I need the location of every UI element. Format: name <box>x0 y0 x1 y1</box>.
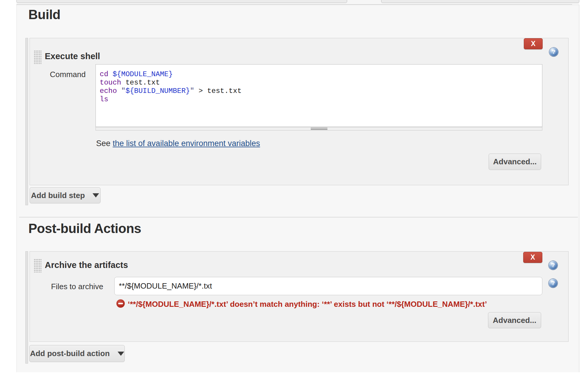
archive-artifacts-title: Archive the artifacts <box>45 260 128 270</box>
advanced-button[interactable]: Advanced... <box>489 154 541 170</box>
env-vars-hint: See the list of available environment va… <box>96 139 260 148</box>
jenkins-config-page: Build Execute shell X ? Command cd ${MOD… <box>0 0 588 377</box>
add-build-step-button[interactable]: Add build step <box>30 187 101 203</box>
see-prefix: See <box>96 139 113 148</box>
add-build-step-label: Add build step <box>31 191 85 200</box>
drag-handle-icon[interactable] <box>34 259 42 272</box>
error-icon <box>116 299 125 308</box>
build-section-heading: Build <box>28 7 60 22</box>
files-to-archive-input[interactable] <box>114 277 542 295</box>
help-icon[interactable]: ? <box>549 261 558 270</box>
delete-build-step-button[interactable]: X <box>524 38 543 49</box>
advanced-button[interactable]: Advanced... <box>488 312 541 328</box>
tab-right-partial[interactable] <box>381 0 579 3</box>
archive-error-message: ‘**/${MODULE_NAME}/*.txt’ doesn’t match … <box>128 300 487 309</box>
help-icon[interactable]: ? <box>549 47 558 56</box>
execute-shell-title: Execute shell <box>45 51 100 61</box>
command-textarea[interactable]: cd ${MODULE_NAME}touch test.txtecho "${B… <box>96 64 542 127</box>
tab-left-partial[interactable] <box>16 0 347 3</box>
delete-postbuild-action-button[interactable]: X <box>523 252 542 263</box>
chevron-down-icon <box>93 193 99 197</box>
postbuild-step-side-strip[interactable] <box>25 251 28 364</box>
add-postbuild-action-button[interactable]: Add post-build action <box>29 345 125 362</box>
command-label: Command <box>50 70 86 79</box>
resize-grip-icon <box>311 128 327 130</box>
help-icon[interactable]: ? <box>549 279 558 288</box>
chevron-down-icon <box>118 352 124 356</box>
build-step-side-strip[interactable] <box>25 38 28 205</box>
drag-handle-icon[interactable] <box>34 50 42 64</box>
files-to-archive-label: Files to archive <box>51 282 103 291</box>
postbuild-section-heading: Post-build Actions <box>28 221 141 236</box>
textarea-resize-handle[interactable] <box>96 127 542 131</box>
env-variables-link[interactable]: the list of available environment variab… <box>113 139 260 148</box>
add-postbuild-action-label: Add post-build action <box>30 349 110 358</box>
section-divider <box>19 217 578 217</box>
